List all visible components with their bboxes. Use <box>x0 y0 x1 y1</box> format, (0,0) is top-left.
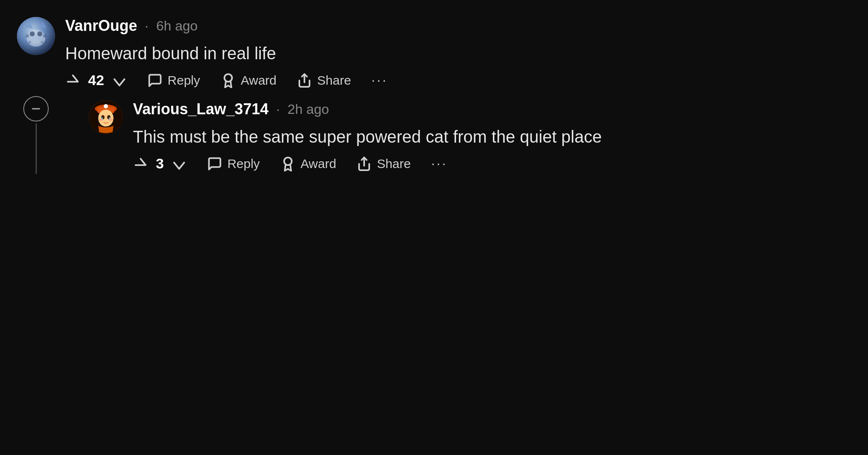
comment-text-2: This must be the same super powered cat … <box>133 125 851 149</box>
thread-line-area: Various_Law_3714 · 2h ago This must be t… <box>17 92 851 174</box>
collapse-button[interactable] <box>23 96 49 121</box>
comment-body-2: Various_Law_3714 · 2h ago This must be t… <box>133 100 851 172</box>
award-button-1[interactable]: Award <box>221 73 277 88</box>
award-label-1: Award <box>241 73 277 88</box>
upvote-button-1[interactable] <box>65 73 80 88</box>
dot-separator-1: · <box>145 18 149 34</box>
svg-point-9 <box>28 41 31 44</box>
svg-point-4 <box>32 39 40 44</box>
upvote-icon-2 <box>133 156 148 171</box>
share-button-1[interactable]: Share <box>297 73 351 88</box>
share-label-1: Share <box>317 73 351 88</box>
comment-body-1: VanrOuge · 6h ago Homeward bound in real… <box>65 17 851 88</box>
reply-label-2: Reply <box>227 157 260 171</box>
svg-point-23 <box>99 119 103 121</box>
award-button-2[interactable]: Award <box>280 156 337 171</box>
avatar-various <box>89 100 123 134</box>
svg-point-24 <box>109 119 113 121</box>
collapse-column <box>17 92 55 174</box>
svg-point-18 <box>98 110 113 127</box>
svg-point-7 <box>26 34 29 38</box>
share-icon-2 <box>357 156 372 171</box>
svg-point-8 <box>43 34 46 38</box>
award-icon-1 <box>221 73 236 88</box>
reply-label-1: Reply <box>168 73 200 88</box>
upvote-button-2[interactable] <box>133 156 148 171</box>
upvote-icon-1 <box>65 73 80 88</box>
vote-count-1: 42 <box>88 72 104 88</box>
thread-vertical-line <box>36 123 37 174</box>
avatar-vanrouge <box>17 17 55 55</box>
reply-icon-1 <box>147 73 163 88</box>
reply-icon-2 <box>207 156 222 171</box>
more-options-button-1[interactable]: ··· <box>371 72 388 88</box>
svg-point-2 <box>30 31 35 36</box>
comment-row-2: Various_Law_3714 · 2h ago This must be t… <box>89 100 851 172</box>
share-icon-1 <box>297 73 312 88</box>
vote-group-2: 3 <box>133 155 187 172</box>
reply-button-1[interactable]: Reply <box>147 73 200 88</box>
downvote-icon-2 <box>171 156 187 171</box>
time-vanrouge: 6h ago <box>156 18 198 34</box>
svg-point-3 <box>37 31 42 36</box>
award-label-2: Award <box>301 157 337 171</box>
comment-actions-2: 3 Reply <box>133 155 851 172</box>
vote-group-1: 42 <box>65 72 127 88</box>
dot-separator-2: · <box>276 102 280 117</box>
svg-point-11 <box>224 74 232 82</box>
vote-count-2: 3 <box>156 155 164 172</box>
username-vanrouge: VanrOuge <box>65 17 137 35</box>
comment-text-1: Homeward bound in real life <box>65 41 851 65</box>
comment-actions-1: 42 Reply <box>65 72 851 88</box>
downvote-icon-1 <box>112 73 127 88</box>
downvote-button-1[interactable] <box>112 73 127 88</box>
downvote-button-2[interactable] <box>171 156 187 171</box>
more-options-button-2[interactable]: ··· <box>431 156 448 171</box>
comment-header-1: VanrOuge · 6h ago <box>65 17 851 35</box>
comment-header-2: Various_Law_3714 · 2h ago <box>133 100 851 118</box>
share-label-2: Share <box>377 157 411 171</box>
comment-thread: VanrOuge · 6h ago Homeward bound in real… <box>17 17 851 174</box>
minus-icon <box>30 103 42 115</box>
comment-row-1: VanrOuge · 6h ago Homeward bound in real… <box>17 17 851 88</box>
reply-comment-area: Various_Law_3714 · 2h ago This must be t… <box>55 92 851 174</box>
username-various: Various_Law_3714 <box>133 100 268 118</box>
award-icon-2 <box>280 156 296 171</box>
svg-point-25 <box>284 157 292 165</box>
share-button-2[interactable]: Share <box>357 156 411 171</box>
svg-point-10 <box>41 41 44 44</box>
time-various: 2h ago <box>287 102 329 117</box>
reply-button-2[interactable]: Reply <box>207 156 260 171</box>
svg-point-17 <box>104 104 108 108</box>
